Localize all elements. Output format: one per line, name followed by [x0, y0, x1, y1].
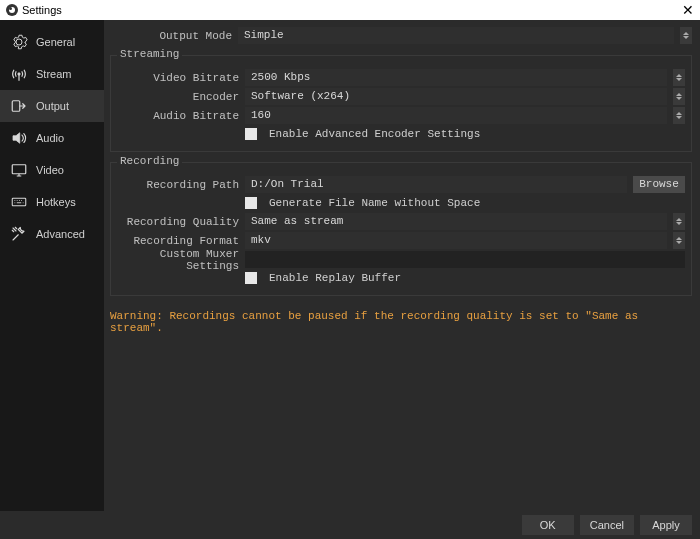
monitor-icon [10, 161, 28, 179]
replay-checkbox[interactable] [245, 272, 257, 284]
video-bitrate-label: Video Bitrate [117, 72, 245, 84]
main-panel: Output Mode Simple Streaming Video Bitra… [104, 20, 700, 511]
tools-icon [10, 225, 28, 243]
ok-button[interactable]: OK [522, 515, 574, 535]
adv-encoder-label: Enable Advanced Encoder Settings [269, 128, 480, 140]
sidebar-item-label: Video [36, 164, 64, 176]
sidebar-item-stream[interactable]: Stream [0, 58, 104, 90]
sidebar-item-hotkeys[interactable]: Hotkeys [0, 186, 104, 218]
antenna-icon [10, 65, 28, 83]
muxer-input[interactable] [245, 251, 685, 268]
sidebar-item-label: Stream [36, 68, 71, 80]
audio-bitrate-spinner[interactable] [673, 107, 685, 124]
svg-rect-3 [12, 198, 26, 206]
recording-quality-spinner[interactable] [673, 213, 685, 230]
audio-bitrate-select[interactable]: 160 [245, 107, 667, 124]
sidebar-item-video[interactable]: Video [0, 154, 104, 186]
recording-group: Recording Recording Path D:/On Trial Bro… [110, 162, 692, 296]
sidebar-item-label: Output [36, 100, 69, 112]
streaming-title: Streaming [117, 48, 182, 60]
app-icon [6, 4, 18, 16]
encoder-spinner[interactable] [673, 88, 685, 105]
recording-title: Recording [117, 155, 182, 167]
apply-button[interactable]: Apply [640, 515, 692, 535]
video-bitrate-spinner[interactable] [673, 69, 685, 86]
video-bitrate-input[interactable]: 2500 Kbps [245, 69, 667, 86]
sidebar-item-general[interactable]: General [0, 26, 104, 58]
recording-path-label: Recording Path [117, 179, 245, 191]
recording-format-spinner[interactable] [673, 232, 685, 249]
titlebar: Settings ✕ [0, 0, 700, 20]
sidebar-item-audio[interactable]: Audio [0, 122, 104, 154]
replay-label: Enable Replay Buffer [269, 272, 401, 284]
sidebar-item-label: General [36, 36, 75, 48]
warning-text: Warning: Recordings cannot be paused if … [110, 310, 692, 334]
recording-path-input[interactable]: D:/On Trial [245, 176, 627, 193]
output-icon [10, 97, 28, 115]
cancel-button[interactable]: Cancel [580, 515, 634, 535]
nospace-checkbox[interactable] [245, 197, 257, 209]
sidebar-item-output[interactable]: Output [0, 90, 104, 122]
recording-format-label: Recording Format [117, 235, 245, 247]
sidebar: General Stream Output Audio Video [0, 20, 104, 511]
sidebar-item-label: Advanced [36, 228, 85, 240]
sidebar-item-advanced[interactable]: Advanced [0, 218, 104, 250]
browse-button[interactable]: Browse [633, 176, 685, 193]
muxer-label: Custom Muxer Settings [117, 248, 245, 272]
streaming-group: Streaming Video Bitrate 2500 Kbps Encode… [110, 55, 692, 152]
output-mode-select[interactable]: Simple [238, 27, 674, 44]
close-icon[interactable]: ✕ [682, 3, 694, 17]
window-title: Settings [22, 4, 62, 16]
svg-rect-1 [12, 101, 20, 112]
footer: OK Cancel Apply [0, 511, 700, 539]
recording-quality-select[interactable]: Same as stream [245, 213, 667, 230]
svg-rect-2 [12, 165, 26, 174]
recording-format-select[interactable]: mkv [245, 232, 667, 249]
encoder-select[interactable]: Software (x264) [245, 88, 667, 105]
sidebar-item-label: Audio [36, 132, 64, 144]
output-mode-row: Output Mode Simple [110, 26, 692, 45]
gear-icon [10, 33, 28, 51]
encoder-label: Encoder [117, 91, 245, 103]
output-mode-spinner[interactable] [680, 27, 692, 44]
sidebar-item-label: Hotkeys [36, 196, 76, 208]
nospace-label: Generate File Name without Space [269, 197, 480, 209]
speaker-icon [10, 129, 28, 147]
adv-encoder-checkbox[interactable] [245, 128, 257, 140]
recording-quality-label: Recording Quality [117, 216, 245, 228]
keyboard-icon [10, 193, 28, 211]
output-mode-label: Output Mode [110, 30, 238, 42]
audio-bitrate-label: Audio Bitrate [117, 110, 245, 122]
